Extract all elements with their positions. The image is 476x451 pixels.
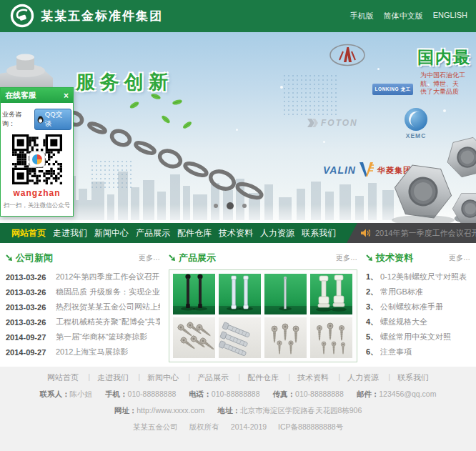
news-section-header: 公司新闻 更多… bbox=[6, 252, 160, 264]
footer-copyright: 某某五金公司版权所有2014-2019ICP备888888888号 bbox=[0, 422, 476, 432]
nav-item[interactable]: 人力资源 bbox=[260, 227, 294, 239]
news-title-text: 2012年第四季度工作会议召开 bbox=[56, 272, 159, 282]
tech-item[interactable]: 3、 公制螺纹标准手册 bbox=[366, 299, 470, 314]
tech-section-header: 技术资料 更多… bbox=[366, 252, 470, 264]
product-thumb-single-rod[interactable] bbox=[264, 274, 307, 314]
pager-dot[interactable] bbox=[242, 204, 247, 208]
header-link[interactable]: 简体中文版 bbox=[384, 11, 423, 21]
banner-intro-line: 供了大量品质 bbox=[420, 88, 476, 96]
section-arrow-icon bbox=[6, 254, 13, 262]
banner-intro-line: 航、博世、天 bbox=[420, 80, 476, 89]
hex-nuts-image bbox=[354, 129, 476, 223]
news-item[interactable]: 2013-03-26 2012年第四季度工作会议召开 bbox=[6, 269, 160, 284]
footer-nav-link[interactable]: 网站首页 bbox=[38, 372, 88, 383]
pager-dot-active[interactable] bbox=[227, 202, 234, 209]
news-date: 2013-03-26 bbox=[6, 273, 56, 282]
product-thumb-screws-group[interactable] bbox=[173, 317, 215, 358]
tech-more-link[interactable]: 更多… bbox=[449, 253, 470, 263]
footer-nav-link[interactable]: 配件仓库 bbox=[238, 372, 288, 383]
site-title: 某某五金标准件集团 bbox=[41, 8, 163, 24]
qq-chat-button[interactable]: QQ交谈 bbox=[34, 109, 71, 130]
logo-block[interactable]: 某某五金标准件集团 bbox=[10, 4, 163, 28]
footer-contact-pair: 传真：010-88888888 bbox=[273, 390, 344, 400]
nav-item[interactable]: 新闻中心 bbox=[94, 227, 129, 239]
news-item[interactable]: 2013-03-26 稳固品质 升级服务：实现企业由大到强 bbox=[6, 284, 160, 299]
wechat-account-name: wangzhan bbox=[1, 188, 73, 198]
qq-penguin-icon bbox=[37, 116, 44, 124]
foton-chevrons-icon bbox=[307, 119, 319, 127]
footer-nav-link[interactable]: 人力资源 bbox=[338, 372, 388, 383]
product-thumb-dark-bolts[interactable] bbox=[173, 274, 215, 314]
news-title-text: 热烈祝贺某某五金公司网站上线! bbox=[56, 302, 160, 312]
product-thumb-white-bolts[interactable] bbox=[310, 274, 352, 314]
news-more-link[interactable]: 更多… bbox=[139, 253, 160, 263]
footer: 网站首页走进我们新闻中心产品展示配件仓库技术资料人力资源联系我们 联系人：陈小姐… bbox=[0, 367, 476, 451]
company-logo-icon bbox=[10, 4, 34, 28]
tech-item[interactable]: 6、 注意事项 bbox=[366, 345, 470, 360]
tech-item[interactable]: 5、 螺丝常用中英文对照 bbox=[366, 329, 470, 345]
footer-contact-pair: 手机：010-88888888 bbox=[105, 390, 176, 400]
tech-item-number: 6、 bbox=[366, 347, 380, 357]
nav-menu: 网站首页走进我们新闻中心产品展示配件仓库技术资料人力资源联系我们 bbox=[0, 223, 357, 243]
tech-item-number: 3、 bbox=[366, 302, 380, 312]
nav-item[interactable]: 网站首页 bbox=[11, 227, 46, 239]
announcement-text[interactable]: 2014年第一季度工作会议召开 bbox=[375, 228, 476, 239]
qr-scan-tip: 扫一扫，关注微信公众号 bbox=[1, 202, 73, 210]
tech-item[interactable]: 1、 0-12美制螺纹尺寸对照表 bbox=[366, 269, 470, 284]
news-title-text: 2012上海宝马展掠影 bbox=[56, 347, 128, 357]
product-thumb-small-screws-b[interactable] bbox=[310, 317, 352, 358]
footer-nav-link[interactable]: 产品展示 bbox=[188, 372, 238, 383]
banner-headline: 国内最 bbox=[417, 46, 476, 69]
footer-nav: 网站首页走进我们新闻中心产品展示配件仓库技术资料人力资源联系我们 bbox=[0, 372, 476, 383]
news-date: 2013-03-26 bbox=[6, 303, 56, 312]
nav-item[interactable]: 联系我们 bbox=[302, 227, 336, 239]
tech-item-number: 1、 bbox=[366, 272, 380, 282]
footer-contact-pair: 地址：北京市海淀区学院路春天花园8栋906 bbox=[217, 406, 362, 416]
footer-contact-pair: 电话：010-88888888 bbox=[189, 390, 259, 400]
news-title-text: 第一届“华商杯”篮球赛掠影 bbox=[56, 332, 147, 342]
news-section-title: 公司新闻 bbox=[16, 252, 53, 264]
banner-intro-line: 为中国石油化工 bbox=[420, 71, 476, 80]
news-date: 2013-03-26 bbox=[6, 318, 56, 327]
copyright-text: ICP备888888888号 bbox=[278, 422, 343, 432]
news-list: 2013-03-26 2012年第四季度工作会议召开 2013-03-26 稳固… bbox=[6, 269, 160, 360]
close-icon[interactable]: × bbox=[64, 91, 69, 100]
footer-nav-link[interactable]: 技术资料 bbox=[288, 372, 338, 383]
tech-item[interactable]: 2、 常用GB标准 bbox=[366, 284, 470, 299]
tech-item-number: 5、 bbox=[366, 332, 380, 342]
footer-nav-link[interactable]: 走进我们 bbox=[88, 372, 138, 383]
products-section-title: 产品展示 bbox=[179, 252, 216, 264]
news-item[interactable]: 2014-09-27 第一届“华商杯”篮球赛掠影 bbox=[6, 329, 160, 345]
tech-item-number: 4、 bbox=[366, 317, 380, 327]
news-item[interactable]: 2014-09-27 2012上海宝马展掠影 bbox=[6, 345, 160, 360]
news-item[interactable]: 2013-03-26 热烈祝贺某某五金公司网站上线! bbox=[6, 299, 160, 314]
nav-item[interactable]: 产品展示 bbox=[136, 227, 170, 239]
banner-slogan: 服务创新 bbox=[76, 69, 173, 95]
header-link[interactable]: 手机版 bbox=[350, 11, 374, 21]
tech-item[interactable]: 4、 螺丝规格大全 bbox=[366, 314, 470, 329]
brand-logo-h-icon bbox=[329, 43, 366, 67]
news-date: 2014-09-27 bbox=[6, 333, 56, 342]
products-section-header: 产品展示 更多… bbox=[169, 252, 357, 264]
pager-dot[interactable] bbox=[214, 204, 218, 208]
copyright-text: 版权所有 bbox=[189, 422, 219, 432]
qr-code bbox=[12, 134, 62, 184]
footer-nav-link[interactable]: 联系我们 bbox=[388, 372, 438, 383]
banner-pagination bbox=[214, 202, 247, 209]
product-thumb-small-screws-a[interactable] bbox=[264, 317, 307, 358]
xemc-globe-icon bbox=[405, 108, 427, 131]
brand-logo-foton: FOTON bbox=[307, 118, 358, 128]
qr-center-logo-icon bbox=[30, 152, 44, 167]
nav-item[interactable]: 走进我们 bbox=[53, 227, 87, 239]
section-arrow-icon bbox=[366, 254, 373, 262]
product-thumb-white-rods[interactable] bbox=[219, 274, 261, 314]
nav-item[interactable]: 配件仓库 bbox=[177, 227, 212, 239]
footer-nav-link[interactable]: 新闻中心 bbox=[138, 372, 188, 383]
service-panel-header: 在线客服 × bbox=[1, 88, 73, 103]
product-thumb-large-bolts[interactable] bbox=[219, 317, 261, 358]
footer-contact-pair: 邮件：123456@qq.com bbox=[357, 390, 437, 400]
products-more-link[interactable]: 更多… bbox=[336, 253, 357, 263]
header-link[interactable]: ENGLISH bbox=[433, 11, 467, 21]
news-item[interactable]: 2013-03-26 工程机械精英齐聚“配博会”共享盛宴 bbox=[6, 314, 160, 329]
nav-item[interactable]: 技术资料 bbox=[219, 227, 253, 239]
